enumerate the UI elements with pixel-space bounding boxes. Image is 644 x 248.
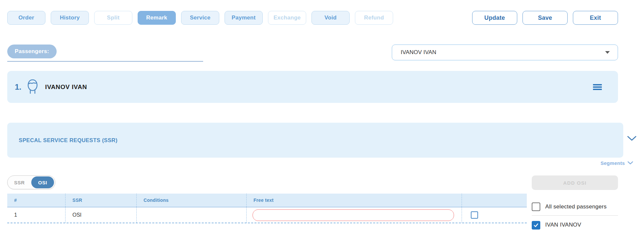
all-passengers-checkbox[interactable] — [532, 202, 540, 211]
checkmark-icon — [533, 222, 539, 228]
passenger-filter-item[interactable]: IVAN IVANOV — [532, 221, 618, 229]
segments-link[interactable]: Segments — [0, 159, 633, 167]
tab-history[interactable]: History — [51, 11, 89, 25]
action-button-group: Update Save Exit — [472, 11, 618, 25]
cell-free-text — [247, 207, 462, 223]
cell-num: 1 — [7, 207, 66, 223]
ssr-section-title: SPECAL SERVICE REQUESTS (SSR) — [19, 137, 118, 143]
osi-table: # SSR Conditions Free text 1 OSI — [7, 194, 527, 223]
tab-exchange[interactable]: Exchange — [268, 11, 306, 25]
osi-content: SSR OSI # SSR Conditions Free text 1 OSI — [7, 175, 618, 230]
column-header-ssr: SSR — [66, 194, 137, 207]
passenger-name: IVANOV IVAN — [45, 83, 87, 91]
passengers-field-underline: Passengers: — [7, 45, 203, 62]
segments-chevron-icon — [628, 161, 633, 165]
ssr-section-row: SPECAL SERVICE REQUESTS (SSR) — [7, 123, 636, 158]
filter-divider — [532, 215, 618, 216]
row-select-checkbox[interactable] — [471, 211, 478, 219]
table-row: 1 OSI — [7, 207, 527, 223]
tab-order[interactable]: Order — [7, 11, 45, 25]
cell-conditions — [137, 207, 247, 223]
toggle-option-osi[interactable]: OSI — [31, 176, 54, 188]
ssr-collapse-chevron-icon[interactable] — [627, 136, 636, 142]
passenger-checkbox-checked[interactable] — [532, 221, 540, 230]
column-header-select — [462, 194, 527, 207]
update-button[interactable]: Update — [472, 11, 517, 25]
osi-table-header: # SSR Conditions Free text — [7, 194, 527, 207]
passengers-row: Passengers: IVANOV IVAN — [7, 45, 618, 62]
passenger-select-dropdown[interactable]: IVANOV IVAN — [392, 45, 618, 60]
column-header-conditions: Conditions — [137, 194, 247, 207]
free-text-input[interactable] — [253, 209, 454, 221]
ssr-osi-toggle: SSR OSI — [7, 175, 55, 189]
tab-refund[interactable]: Refund — [355, 11, 393, 25]
tab-payment[interactable]: Payment — [225, 11, 263, 25]
segments-label: Segments — [601, 160, 625, 166]
save-button[interactable]: Save — [523, 11, 568, 25]
exit-button[interactable]: Exit — [573, 11, 618, 25]
ssr-section-header[interactable]: SPECAL SERVICE REQUESTS (SSR) — [7, 123, 623, 158]
cell-ssr: OSI — [66, 207, 137, 223]
all-selected-passengers-option[interactable]: All selected passengers — [532, 202, 618, 211]
tab-group: Order History Split Remark Service Payme… — [7, 11, 393, 25]
tab-split[interactable]: Split — [94, 11, 132, 25]
passenger-filter: All selected passengers IVAN IVANOV — [532, 202, 618, 230]
passenger-face-icon — [26, 79, 39, 95]
tab-void[interactable]: Void — [311, 11, 350, 25]
toolbar: Order History Split Remark Service Payme… — [7, 11, 618, 25]
passenger-number: 1. — [15, 82, 21, 92]
all-passengers-label: All selected passengers — [545, 202, 606, 211]
passenger-filter-label: IVAN IVANOV — [545, 221, 581, 229]
tab-service[interactable]: Service — [181, 11, 219, 25]
tab-remark[interactable]: Remark — [138, 11, 176, 25]
passengers-label-pill: Passengers: — [7, 45, 57, 58]
cell-select — [462, 207, 527, 223]
passenger-card-header: 1. IVANOV IVAN — [7, 71, 618, 103]
passenger-menu-icon[interactable] — [592, 83, 603, 91]
dropdown-caret-icon — [605, 51, 610, 54]
add-osi-button[interactable]: ADD OSI — [532, 175, 618, 190]
passenger-select-value: IVANOV IVAN — [401, 49, 605, 56]
column-header-free-text: Free text — [247, 194, 462, 207]
column-header-num: # — [7, 194, 66, 207]
toggle-option-ssr[interactable]: SSR — [8, 180, 31, 185]
